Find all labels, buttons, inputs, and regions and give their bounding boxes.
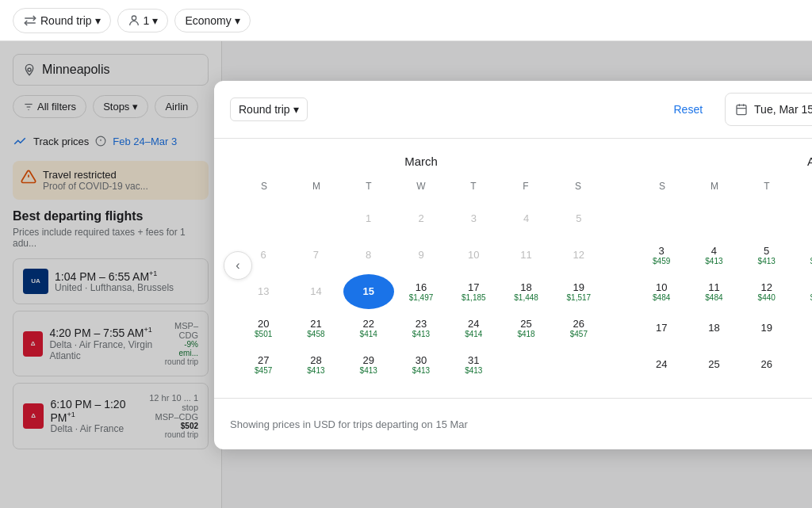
calendar-header: Round trip ▾ Reset Tue, Mar 15 ‹ › Tue, … [214, 81, 812, 139]
april-day-12[interactable]: 12$440 [741, 274, 792, 309]
march-day-4: 4 [500, 201, 551, 236]
march-day-21[interactable]: 21$458 [290, 311, 341, 346]
april-day-26[interactable]: 26 [741, 347, 792, 382]
march-day-24[interactable]: 24$414 [448, 311, 499, 346]
weekday-m2: M [688, 178, 741, 195]
top-bar: Round trip ▾ 1 ▾ Economy ▾ [0, 0, 812, 41]
march-day-15[interactable]: 15 [343, 274, 394, 309]
person-icon [128, 14, 140, 27]
march-day-5: 5 [553, 201, 604, 236]
march-day-17[interactable]: 17$1,185 [448, 274, 499, 309]
calendar-body: March S M T W T F S 12345678910111213141… [214, 139, 812, 398]
march-day-12: 12 [553, 238, 604, 273]
march-day-14: 14 [290, 274, 341, 309]
calendar-popup: ‹ › Round trip ▾ Reset Tue, Mar 15 ‹ › [214, 81, 812, 449]
april-day-18[interactable]: 18 [688, 311, 739, 346]
main-area: All filters Stops ▾ Airlin Track prices … [0, 41, 812, 508]
march-day-10: 10 [448, 238, 499, 273]
weekday-w1: W [395, 178, 447, 195]
march-day-23[interactable]: 23$413 [396, 311, 446, 346]
march-empty-1 [290, 201, 341, 236]
april-weekdays: S M T W T F S [636, 178, 812, 195]
passengers-arrow: ▾ [152, 14, 158, 27]
calendar-trip-arrow: ▾ [293, 103, 299, 116]
march-day-31[interactable]: 31$413 [448, 347, 499, 382]
april-day-19[interactable]: 19 [741, 311, 792, 346]
april-day-10[interactable]: 10$484 [636, 274, 687, 309]
cabin-class-arrow: ▾ [235, 14, 240, 27]
march-day-9: 9 [396, 238, 446, 273]
cabin-class-button[interactable]: Economy ▾ [174, 9, 250, 32]
april-title: April [636, 155, 812, 168]
april-empty-1 [688, 201, 739, 236]
calendar-trip-dropdown[interactable]: Round trip ▾ [230, 97, 308, 121]
april-day-4[interactable]: 4$413 [688, 238, 739, 273]
weekday-t1: T [343, 178, 395, 195]
passengers-label: 1 [144, 14, 150, 27]
svg-point-0 [132, 16, 136, 20]
march-day-3: 3 [448, 201, 499, 236]
march-day-7: 7 [290, 238, 341, 273]
march-day-26[interactable]: 26$457 [553, 311, 604, 346]
calendar-prev-button[interactable]: ‹ [224, 251, 252, 280]
march-day-19[interactable]: 19$1,517 [553, 274, 604, 309]
weekday-s2: S [552, 178, 604, 195]
cabin-class-label: Economy [185, 14, 231, 27]
april-day-24[interactable]: 24 [636, 347, 687, 382]
april-empty-0 [636, 201, 687, 236]
march-day-11: 11 [500, 238, 551, 273]
april-day-17[interactable]: 17 [636, 311, 687, 346]
march-day-28[interactable]: 28$413 [290, 347, 341, 382]
march-day-22[interactable]: 22$414 [343, 311, 394, 346]
passengers-button[interactable]: 1 ▾ [117, 9, 169, 32]
march-day-30[interactable]: 30$413 [396, 347, 446, 382]
weekday-s3: S [636, 178, 688, 195]
calendar-icon-1 [735, 103, 748, 116]
march-day-20[interactable]: 20$501 [238, 311, 289, 346]
calendar-trip-label: Round trip [239, 103, 290, 116]
march-day-8: 8 [343, 238, 394, 273]
march-calendar: March S M T W T F S 12345678910111213141… [238, 155, 604, 382]
march-empty-0 [238, 201, 289, 236]
weekday-f1: F [500, 178, 552, 195]
march-days: 12345678910111213141516$1,49717$1,18518$… [238, 201, 604, 382]
weekday-m1: M [290, 178, 343, 195]
april-empty-2 [741, 201, 792, 236]
calendar-footer: Showing prices in USD for trips departin… [214, 398, 812, 449]
march-day-29[interactable]: 29$413 [343, 347, 394, 382]
april-days: 1$4132$4593$4594$4135$4136$4137$4508$484… [636, 201, 812, 382]
calendar-date1-input[interactable]: Tue, Mar 15 ‹ › [725, 93, 812, 126]
april-empty-3 [794, 201, 812, 236]
weekday-t2: T [447, 178, 500, 195]
march-title: March [238, 155, 604, 168]
weekday-s1: S [238, 178, 290, 195]
trip-type-arrow: ▾ [95, 14, 101, 27]
trip-type-label: Round trip [40, 14, 92, 27]
round-trip-icon [23, 13, 37, 28]
march-weekdays: S M T W T F S [238, 178, 604, 195]
april-day-6[interactable]: 6$413 [794, 238, 812, 273]
march-day-27[interactable]: 27$457 [238, 347, 289, 382]
april-day-11[interactable]: 11$484 [688, 274, 739, 309]
april-day-3[interactable]: 3$459 [636, 238, 687, 273]
march-day-1: 1 [343, 201, 394, 236]
weekday-w2: W [793, 178, 812, 195]
march-day-13: 13 [238, 274, 289, 309]
march-day-25[interactable]: 25$418 [500, 311, 551, 346]
trip-type-button[interactable]: Round trip ▾ [13, 8, 111, 33]
march-day-18[interactable]: 18$1,448 [500, 274, 551, 309]
calendar-date1-value: Tue, Mar 15 [754, 103, 812, 116]
april-day-5[interactable]: 5$413 [741, 238, 792, 273]
march-day-16[interactable]: 16$1,497 [396, 274, 446, 309]
april-day-20[interactable]: 20 [794, 311, 812, 346]
calendar-footer-text: Showing prices in USD for trips departin… [230, 418, 468, 430]
march-day-2: 2 [396, 201, 446, 236]
calendar-reset-button[interactable]: Reset [673, 103, 703, 116]
weekday-t3: T [741, 178, 793, 195]
calendar-overlay: ‹ › Round trip ▾ Reset Tue, Mar 15 ‹ › [0, 41, 812, 508]
april-day-13[interactable]: 13$484 [794, 274, 812, 309]
april-day-25[interactable]: 25 [688, 347, 739, 382]
svg-rect-10 [737, 105, 746, 115]
april-calendar: April S M T W T F S 1$4132$4593$4594$413… [636, 155, 812, 382]
april-day-27[interactable]: 27 [794, 347, 812, 382]
